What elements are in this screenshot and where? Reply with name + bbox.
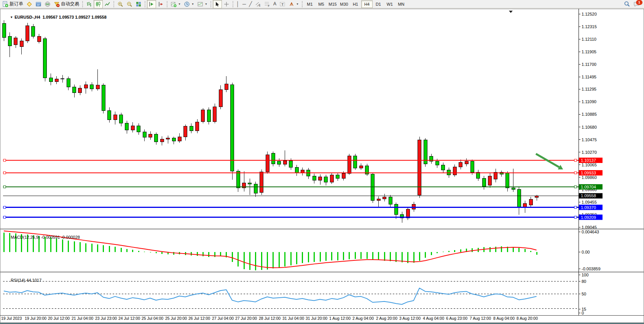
time-axis-label: 23 Jul 23:00 xyxy=(95,316,117,321)
timeframe-w1-button[interactable]: W1 xyxy=(384,0,395,8)
line-anchor-square[interactable] xyxy=(574,216,577,219)
macd-bar xyxy=(372,252,373,259)
macd-bar xyxy=(308,252,309,262)
candle-down xyxy=(231,85,234,171)
market-watch-button[interactable] xyxy=(25,0,34,8)
line-anchor-square[interactable] xyxy=(3,206,6,209)
tile-windows-button[interactable] xyxy=(134,0,143,8)
timeframe-m1-button[interactable]: M1 xyxy=(304,0,316,8)
candle-up xyxy=(359,166,363,168)
search-button[interactable] xyxy=(622,0,632,8)
candle-up xyxy=(453,167,456,175)
macd-bar xyxy=(384,252,385,261)
macd-bar xyxy=(349,252,350,259)
new-order-icon xyxy=(2,1,8,7)
macd-bar xyxy=(279,252,280,268)
candle-down xyxy=(49,78,53,82)
navigator-icon xyxy=(35,1,41,7)
price-axis-label: 1.12520 xyxy=(582,12,597,16)
macd-bar xyxy=(296,252,297,264)
horizontal-line-button[interactable]: ─ xyxy=(241,0,247,8)
zoom-in-button[interactable] xyxy=(116,0,125,8)
macd-bar xyxy=(144,252,145,252)
navigator-button[interactable] xyxy=(34,0,43,8)
auto-trading-button[interactable]: 自动交易 xyxy=(52,0,81,8)
chart-shift-button[interactable] xyxy=(156,0,165,8)
templates-button[interactable]: ▼ xyxy=(196,0,209,8)
notifications-button[interactable]: 1 xyxy=(632,0,642,8)
time-axis-label: 8 Aug 20:00 xyxy=(516,316,538,321)
price-axis-label: 1.10270 xyxy=(582,150,597,155)
candle-up xyxy=(196,122,199,131)
chart-canvas[interactable]: 1.125201.123151.121101.119051.117001.114… xyxy=(0,9,644,323)
timeframe-m15-button[interactable]: M15 xyxy=(327,0,338,8)
toolbar-separator xyxy=(233,1,233,7)
macd-bar xyxy=(161,252,163,254)
macd-bar xyxy=(173,252,174,255)
candle-up xyxy=(319,177,322,180)
macd-bar xyxy=(132,250,133,252)
line-anchor-square[interactable] xyxy=(3,159,6,161)
macd-bar xyxy=(524,249,526,252)
line-anchor-square[interactable] xyxy=(574,206,577,209)
line-anchor-square[interactable] xyxy=(574,159,577,161)
time-axis: 19 Jul 202319 Jul 20:0020 Jul 12:0021 Ju… xyxy=(1,316,538,321)
candle-down xyxy=(254,184,257,193)
new-order-button[interactable]: 新订单 xyxy=(1,0,25,8)
candle-down xyxy=(172,138,175,141)
zoom-out-button[interactable] xyxy=(125,0,134,8)
rsi-value: 44.1017 xyxy=(26,278,41,283)
candle-up xyxy=(184,126,187,137)
candle-up xyxy=(406,209,410,218)
price-tag-label: 1.09558 xyxy=(581,193,596,198)
line-anchor-square[interactable] xyxy=(3,216,6,219)
indicators-button[interactable]: ▼ xyxy=(169,0,182,8)
bar-chart-mode-button[interactable] xyxy=(84,0,94,8)
timeframe-d1-button[interactable]: D1 xyxy=(373,0,384,8)
trendline-button[interactable]: ╱ xyxy=(247,0,253,8)
timeframe-mn-button[interactable]: MN xyxy=(395,0,407,8)
macd-bar xyxy=(472,248,473,252)
line-anchor-square[interactable] xyxy=(3,186,6,188)
chart-shift-icon xyxy=(158,1,164,7)
rsi-axis-label: 50 xyxy=(582,292,586,296)
vertical-line-button[interactable]: │ xyxy=(235,0,241,8)
fibonacci-button[interactable]: F xyxy=(263,0,272,8)
macd-axis-label: 0.004643 xyxy=(582,230,599,234)
signals-button[interactable] xyxy=(43,0,52,8)
time-axis-label: 19 Jul 20:00 xyxy=(25,316,46,321)
timeframe-h1-button[interactable]: H1 xyxy=(350,0,361,8)
arrows-button[interactable]: ▼ xyxy=(287,0,300,8)
candle-down xyxy=(155,134,158,142)
candle-down xyxy=(32,26,35,36)
timeframe-m5-button[interactable]: M5 xyxy=(316,0,327,8)
timeframe-h4-button[interactable]: H4 xyxy=(361,0,373,8)
chart-ohlc-values: 1.09567 1.09573 1.09527 1.09558 xyxy=(43,15,107,19)
text-icon: A xyxy=(273,2,276,6)
candle-up xyxy=(523,204,527,207)
line-chart-icon xyxy=(104,1,110,7)
line-anchor-square[interactable] xyxy=(3,172,6,174)
candle-down xyxy=(67,78,70,87)
cursor-button[interactable] xyxy=(213,0,222,8)
indicators-icon xyxy=(171,1,177,7)
text-label-button[interactable]: T xyxy=(278,0,287,8)
line-anchor-square[interactable] xyxy=(574,172,577,174)
time-axis-label: 3 Aug 12:00 xyxy=(399,316,421,321)
channel-button[interactable]: E xyxy=(253,0,263,8)
candle-up xyxy=(131,126,134,130)
line-anchor-square[interactable] xyxy=(574,186,577,188)
chart-context-arrow-icon[interactable]: ▼ xyxy=(10,16,13,19)
periods-button[interactable]: ▼ xyxy=(182,0,196,8)
toolbar-separator xyxy=(302,1,303,7)
timeframe-m30-button[interactable]: M30 xyxy=(338,0,350,8)
macd-bar xyxy=(530,251,531,252)
auto-scroll-button[interactable] xyxy=(147,0,156,8)
crosshair-button[interactable] xyxy=(222,0,231,8)
candle-up xyxy=(529,200,532,205)
text-button[interactable]: A xyxy=(272,0,278,8)
line-chart-mode-button[interactable] xyxy=(103,0,112,8)
candle-chart-mode-button[interactable] xyxy=(94,0,103,8)
time-axis-label: 19 Jul 2023 xyxy=(1,316,22,321)
time-axis-label: 27 Jul 20:00 xyxy=(235,316,257,321)
